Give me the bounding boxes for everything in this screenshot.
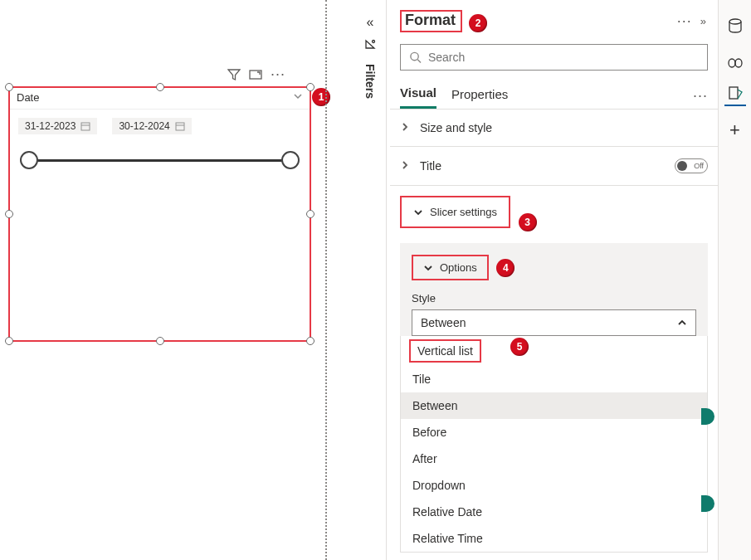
calendar-icon — [80, 121, 90, 131]
title-toggle[interactable]: Off — [675, 158, 708, 173]
chevron-down-icon — [423, 263, 433, 273]
date-range-slider[interactable] — [20, 151, 300, 171]
style-option-between[interactable]: Between — [401, 392, 707, 419]
resize-handle-bottom-right[interactable] — [306, 337, 315, 345]
right-icon-rail: + — [718, 0, 751, 560]
canvas-divider — [325, 0, 327, 560]
section-size-and-style[interactable]: Size and style — [390, 109, 718, 146]
style-option-after[interactable]: After — [401, 446, 707, 472]
style-option-tile[interactable]: Tile — [401, 366, 707, 392]
resize-handle-middle-left[interactable] — [5, 210, 13, 218]
slider-track — [28, 159, 291, 162]
options-header[interactable]: Options — [412, 255, 489, 280]
resize-handle-top-center[interactable] — [156, 83, 164, 91]
format-pane: Format ··· » 2 Visual Properties ··· Siz… — [390, 0, 718, 560]
svg-point-9 — [729, 59, 735, 67]
date-start-value: 31-12-2023 — [25, 120, 76, 132]
section-label-size: Size and style — [420, 121, 492, 134]
slider-thumb-end[interactable] — [281, 151, 300, 169]
date-end-value: 30-12-2024 — [119, 120, 169, 132]
date-start-field[interactable]: 31-12-2023 — [18, 118, 97, 134]
filters-label[interactable]: Filters — [363, 62, 377, 99]
style-option-before[interactable]: Before — [401, 419, 707, 446]
slicer-date-fields: 31-12-2023 30-12-2024 — [10, 110, 310, 143]
pane-title-box: Format — [400, 10, 462, 32]
filters-icon[interactable] — [363, 38, 377, 54]
style-option-dropdown[interactable]: Dropdown — [401, 472, 707, 499]
svg-rect-3 — [176, 123, 184, 130]
pane-header: Format ··· » — [390, 0, 718, 41]
filters-border — [386, 0, 387, 560]
style-select[interactable]: Between — [412, 309, 696, 336]
annotation-5: 5 — [510, 338, 529, 356]
pane-title: Format — [405, 12, 456, 28]
focus-mode-icon[interactable] — [249, 68, 262, 84]
section-slicer-settings-row: Slicer settings 3 — [390, 185, 718, 240]
pane-more-icon[interactable]: ··· — [677, 12, 692, 30]
chevron-down-icon[interactable] — [293, 91, 303, 104]
section-title[interactable]: Title Off — [390, 146, 718, 185]
pane-tabs: Visual Properties ··· — [390, 82, 718, 109]
annotation-1: 1 — [312, 88, 330, 106]
svg-point-10 — [735, 59, 742, 67]
expand-right-icon[interactable]: » — [700, 15, 706, 27]
collapse-left-icon[interactable]: « — [367, 15, 374, 30]
search-box[interactable] — [400, 44, 708, 71]
style-option-relative-time[interactable]: Relative Time — [401, 525, 707, 552]
chevron-down-icon — [413, 207, 423, 217]
toggle-peek — [701, 495, 714, 512]
chevron-right-icon — [400, 159, 412, 173]
annotation-2: 2 — [469, 14, 487, 32]
more-icon[interactable]: ··· — [271, 68, 285, 84]
funnel-icon[interactable] — [227, 68, 241, 84]
section-label-slicer: Slicer settings — [430, 206, 497, 218]
tab-visual[interactable]: Visual — [400, 82, 436, 109]
filters-pane-collapsed: « Filters — [358, 15, 382, 99]
style-option-vertical-list[interactable]: Vertical list — [409, 339, 481, 363]
svg-point-5 — [373, 41, 375, 43]
style-value: Between — [421, 316, 466, 329]
slicer-title-text: Date — [17, 91, 39, 104]
resize-handle-middle-right[interactable] — [306, 210, 315, 218]
data-icon[interactable] — [724, 15, 746, 37]
section-slicer-settings[interactable]: Slicer settings — [400, 196, 510, 228]
resize-handle-top-left[interactable] — [5, 83, 13, 91]
annotation-3: 3 — [519, 213, 537, 231]
annotation-4: 4 — [496, 259, 514, 277]
svg-point-6 — [411, 52, 418, 60]
add-icon[interactable]: + — [724, 119, 746, 141]
visualizations-icon[interactable] — [724, 50, 746, 71]
style-dropdown-menu: Vertical list 5 Tile Between Before Afte… — [400, 336, 708, 553]
tab-properties[interactable]: Properties — [451, 84, 508, 108]
chevron-up-icon — [677, 318, 687, 328]
search-icon — [409, 51, 422, 64]
options-card: Options 4 Style Between — [400, 243, 708, 336]
slider-thumb-start[interactable] — [20, 151, 38, 169]
svg-rect-11 — [729, 87, 738, 99]
resize-handle-bottom-center[interactable] — [156, 337, 164, 345]
report-canvas: ··· Date 31-12-2023 30-12-2024 — [0, 0, 328, 560]
chevron-right-icon — [400, 121, 412, 134]
slicer-visual[interactable]: Date 31-12-2023 30-12-2024 — [8, 86, 311, 342]
visual-header-toolbar: ··· — [227, 68, 285, 84]
section-label-title: Title — [420, 159, 441, 173]
options-label: Options — [440, 261, 477, 274]
toggle-peek — [701, 408, 714, 425]
format-icon[interactable] — [724, 85, 746, 106]
calendar-icon — [175, 121, 185, 131]
svg-line-7 — [417, 60, 421, 63]
resize-handle-bottom-left[interactable] — [5, 337, 13, 345]
style-option-relative-date[interactable]: Relative Date — [401, 499, 707, 525]
tabs-more-icon[interactable]: ··· — [693, 87, 708, 105]
resize-handle-top-right[interactable] — [306, 83, 315, 91]
svg-rect-1 — [81, 123, 90, 130]
date-end-field[interactable]: 30-12-2024 — [112, 118, 191, 134]
style-label: Style — [412, 292, 696, 304]
svg-point-8 — [729, 19, 741, 24]
search-input[interactable] — [428, 51, 699, 64]
